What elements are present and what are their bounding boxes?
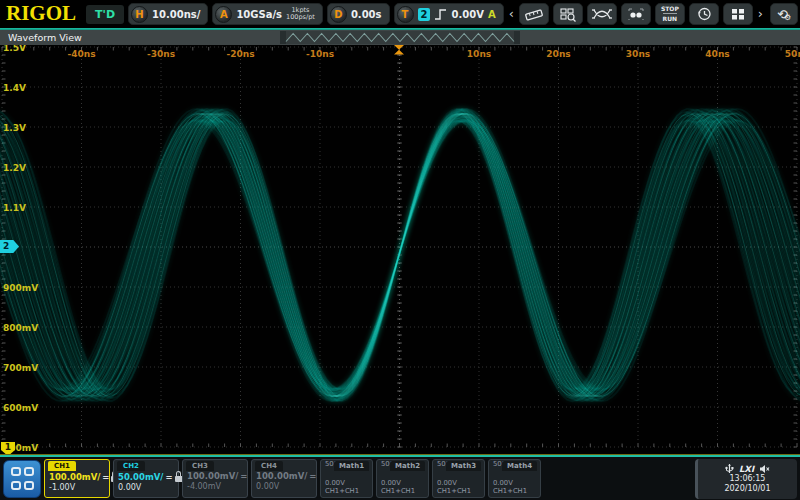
trigger-mode-value: A (488, 9, 496, 20)
math1-tab: Math1 (334, 461, 369, 471)
trigger-status-badge: T'D (86, 5, 124, 24)
channel-box-ch2[interactable]: CH2 50.00mV/ = 0.00V (113, 459, 179, 498)
stop-label: STOP (661, 5, 679, 13)
ch4-tab: CH4 (255, 461, 283, 471)
delay-knob[interactable]: D (330, 6, 347, 23)
ch3-offset: -4.00mV (183, 482, 247, 491)
trigger-hourglass-icon (393, 45, 405, 55)
rising-edge-icon (434, 8, 447, 21)
grid-square-icon (24, 481, 34, 490)
timebase-preview-strip[interactable] (280, 31, 520, 44)
history-clock-icon (696, 6, 712, 22)
ch1-offset: -1.00V (45, 483, 109, 492)
system-date: 2020/10/01 (724, 484, 770, 494)
dc-coupling-icon: = (309, 471, 316, 481)
ch2-offset: 0.00V (114, 483, 178, 492)
grid-magnifier-icon (559, 7, 577, 22)
eye-diagram-icon (592, 7, 612, 21)
ch4-offset: 0.00V (252, 482, 316, 491)
mask-eyes-icon (626, 7, 646, 21)
mask-test-button[interactable] (621, 3, 651, 25)
rigol-logo: RIGOL (2, 1, 82, 28)
ch1-tab: CH1 (48, 461, 76, 471)
ch3-scale: 100.00mV/ (187, 471, 238, 481)
waveform-view-tab[interactable]: Waveform View (8, 30, 82, 45)
math1-offset: 0.00V (321, 479, 372, 488)
grid-square-icon (24, 467, 34, 476)
dc-coupling-icon: = (240, 471, 247, 481)
dc-coupling-icon: = (102, 472, 109, 482)
math-box-4[interactable]: Math4 500.00mV/ 0.00V CH1+CH1 (488, 459, 541, 498)
math2-tab: Math2 (390, 461, 425, 471)
dc-coupling-icon: = (165, 472, 172, 482)
ch1-scale: 100.00mV/ (49, 472, 100, 482)
ch2-scale: 50.00mV/ (118, 472, 163, 482)
waveform-display-area[interactable]: 1.5V1.4V1.3V1.2V1.1V900mV800mV700mV600mV… (0, 45, 800, 455)
toolbar-scroll-right[interactable]: › (757, 3, 764, 25)
trigger-source-badge: 2 (418, 8, 431, 21)
top-toolbar: RIGOL T'D H 10.00ns/ A 10GSa/s 1kpts 100… (0, 0, 800, 28)
ch2-persistence-waveform (0, 45, 800, 455)
memory-depth-group: 1kpts 100ps/pt (286, 7, 315, 22)
system-setup-button[interactable]: ⟲ ⚙ (770, 3, 798, 25)
windows-icon (730, 7, 746, 21)
delay-value: 0.00s (351, 9, 382, 20)
view-tab-bar: Waveform View (0, 30, 800, 45)
channel-box-ch3[interactable]: CH3 100.00mV/ = -4.00mV (182, 459, 248, 498)
math4-operation: CH1+CH1 (489, 487, 540, 496)
lxi-logo: LXI (739, 464, 754, 474)
eye-diagram-button[interactable] (587, 3, 617, 25)
channel-menu-button[interactable] (3, 460, 41, 498)
speaker-mute-icon (759, 464, 770, 474)
run-label: RUN (663, 13, 678, 23)
toolbar-scroll-left[interactable]: ‹ (508, 3, 515, 25)
trigger-control[interactable]: T 2 0.00V A (394, 3, 504, 25)
grid-square-icon (11, 481, 21, 490)
usb-icon (725, 463, 734, 474)
math2-operation: CH1+CH1 (377, 487, 428, 496)
display-layout-button[interactable] (723, 3, 753, 25)
trigger-knob[interactable]: T (397, 6, 414, 23)
resolution-value: 100ps/pt (286, 14, 315, 21)
acquisition-control[interactable]: A 10GSa/s 1kpts 100ps/pt (212, 3, 322, 25)
stop-run-button[interactable]: STOP RUN (655, 3, 685, 25)
system-status-panel[interactable]: LXI 13:06:15 2020/10/01 (695, 459, 797, 499)
horizontal-scale-control[interactable]: H 10.00ns/ (128, 3, 208, 25)
gear-icon: ⚙ (784, 13, 791, 22)
ruler-icon (524, 7, 544, 22)
channel-box-ch4[interactable]: CH4 100.00mV/ = 0.00V (251, 459, 317, 498)
math-box-1[interactable]: Math1 500.00mV/ 0.00V CH1+CH1 (320, 459, 373, 498)
horizontal-knob[interactable]: H (131, 6, 148, 23)
history-button[interactable] (689, 3, 719, 25)
measure-button[interactable] (519, 3, 549, 25)
trigger-level-value: 0.00V (451, 9, 483, 20)
math3-tab: Math3 (446, 461, 481, 471)
ch4-scale: 100.00mV/ (256, 471, 307, 481)
math4-tab: Math4 (502, 461, 537, 471)
ch3-tab: CH3 (186, 461, 214, 471)
ch2-tab: CH2 (117, 461, 145, 471)
math2-offset: 0.00V (377, 479, 428, 488)
math4-offset: 0.00V (489, 479, 540, 488)
horizontal-scale-value: 10.00ns/ (152, 9, 200, 20)
grid-square-icon (11, 467, 21, 476)
acquire-knob[interactable]: A (215, 6, 232, 23)
stop-run-label: STOP RUN (661, 5, 679, 23)
channel-box-ch1[interactable]: CH1 100.00mV/ = -1.00V (44, 459, 110, 498)
math1-operation: CH1+CH1 (321, 487, 372, 496)
math-box-3[interactable]: Math3 500.00mV/ 0.00V CH1+CH1 (432, 459, 485, 498)
system-time: 13:06:15 (730, 474, 766, 484)
math3-offset: 0.00V (433, 479, 484, 488)
math3-operation: CH1+CH1 (433, 487, 484, 496)
sample-rate-value: 10GSa/s (236, 9, 282, 20)
channel-status-bar: CH1 100.00mV/ = -1.00V CH2 50.00mV/ = 0.… (0, 457, 800, 500)
delay-control[interactable]: D 0.00s (327, 3, 390, 25)
analyze-button[interactable] (553, 3, 583, 25)
math-box-2[interactable]: Math2 500.00mV/ 0.00V CH1+CH1 (376, 459, 429, 498)
oscilloscope-screen: RIGOL T'D H 10.00ns/ A 10GSa/s 1kpts 100… (0, 0, 800, 500)
